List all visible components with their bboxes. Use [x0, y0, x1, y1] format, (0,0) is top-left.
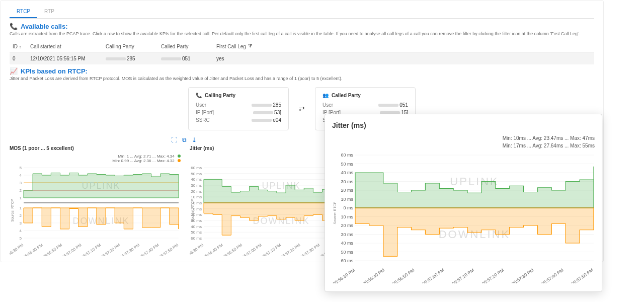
svg-text:30 ms: 30 ms [341, 232, 353, 237]
svg-text:60 ms: 60 ms [341, 153, 353, 158]
svg-text:05:57:40 PM: 05:57:40 PM [540, 267, 565, 283]
svg-text:60 ms: 60 ms [191, 236, 202, 241]
svg-text:05:57:10 PM: 05:57:10 PM [261, 243, 282, 256]
mos-svg: Source: RTCP 5 4 3 2 1 1 2 3 4 5 UPLINK … [10, 165, 181, 256]
svg-text:3: 3 [20, 221, 22, 225]
svg-text:2: 2 [20, 188, 22, 193]
svg-text:05:56:50 PM: 05:56:50 PM [391, 267, 416, 283]
svg-text:40 ms: 40 ms [341, 241, 353, 246]
jitter-popup-legend: Min: 10ms ... Avg: 23.47ms ... Max: 47ms… [332, 134, 595, 149]
svg-text:50 ms: 50 ms [341, 250, 353, 255]
svg-text:5: 5 [20, 236, 22, 241]
svg-text:05:57:10 PM: 05:57:10 PM [451, 267, 475, 283]
svg-text:20 ms: 20 ms [341, 223, 353, 228]
svg-text:50 ms: 50 ms [191, 230, 202, 235]
col-fcl[interactable]: First Call Leg ⧩ [216, 43, 277, 49]
chart-icon: 📈 [10, 67, 18, 75]
mos-chart[interactable]: MOS (1 poor ... 5 excellent) Min: 1 ... … [10, 145, 181, 257]
mos-title: MOS (1 poor ... 5 excellent) [10, 145, 181, 151]
svg-text:10 ms: 10 ms [191, 207, 202, 211]
svg-text:10 ms: 10 ms [341, 214, 353, 219]
svg-text:05:57:30 PM: 05:57:30 PM [511, 267, 535, 283]
kpis-note: Jitter and Packet Loss are derived from … [10, 76, 594, 81]
available-calls-title: 📞 Available calls: [10, 23, 594, 30]
svg-text:05:57:10 PM: 05:57:10 PM [80, 243, 102, 256]
svg-text:05:56:50 PM: 05:56:50 PM [222, 243, 244, 256]
cell-calling: 285 [106, 56, 161, 61]
svg-text:05:57:20 PM: 05:57:20 PM [280, 243, 301, 256]
svg-text:40 ms: 40 ms [191, 224, 202, 229]
svg-text:0 ms: 0 ms [193, 201, 202, 205]
svg-text:Source: RTCP: Source: RTCP [333, 201, 337, 224]
svg-text:40 ms: 40 ms [191, 177, 202, 182]
jitter-popup: Jitter (ms) Min: 10ms ... Avg: 23.47ms .… [325, 114, 602, 292]
tabs: RTCP RTP [10, 6, 594, 19]
svg-text:05:56:30 PM: 05:56:30 PM [332, 267, 356, 283]
svg-text:05:57:30 PM: 05:57:30 PM [119, 243, 141, 256]
svg-text:10 ms: 10 ms [191, 195, 202, 199]
expand-icon[interactable]: ⛶ [171, 136, 177, 143]
download-icon[interactable]: ⤓ [192, 136, 197, 143]
svg-text:05:56:40 PM: 05:56:40 PM [362, 267, 386, 283]
svg-text:60 ms: 60 ms [191, 166, 202, 170]
svg-text:05:57:00 PM: 05:57:00 PM [241, 243, 263, 256]
col-called[interactable]: Called Party [161, 44, 216, 49]
svg-text:5: 5 [20, 166, 22, 170]
svg-text:05:57:00 PM: 05:57:00 PM [61, 243, 83, 256]
tab-rtp[interactable]: RTP [37, 6, 61, 18]
svg-text:3: 3 [20, 181, 22, 185]
svg-text:05:56:40 PM: 05:56:40 PM [22, 243, 44, 256]
svg-text:0 ms: 0 ms [343, 205, 353, 210]
svg-text:05:57:00 PM: 05:57:00 PM [421, 267, 445, 283]
jitter-big-svg: Source: RTCP 60 ms50 ms40 ms30 ms20 ms10… [332, 153, 596, 283]
svg-text:05:57:50 PM: 05:57:50 PM [158, 243, 180, 256]
swap-icon: ⇄ [299, 105, 305, 113]
svg-text:05:57:20 PM: 05:57:20 PM [481, 267, 505, 283]
svg-text:60 ms: 60 ms [341, 258, 353, 263]
sort-asc-icon: ↑ [19, 44, 22, 49]
svg-text:05:57:20 PM: 05:57:20 PM [100, 243, 121, 256]
svg-text:Source: RTCP: Source: RTCP [11, 199, 14, 221]
table-header: ID ↑ Call started at Calling Party Calle… [10, 40, 594, 53]
col-id[interactable]: ID ↑ [13, 44, 30, 49]
phone-icon: 📞 [10, 23, 18, 30]
svg-text:30 ms: 30 ms [341, 179, 353, 184]
table-row[interactable]: 0 12/10/2021 05:56:15 PM 285 051 yes [10, 53, 594, 64]
mos-legend: Min: 1 ... Avg: 2.71 ... Max: 4.34 Min: … [10, 154, 181, 163]
cell-called: 051 [161, 56, 216, 61]
svg-text:05:57:40 PM: 05:57:40 PM [138, 243, 160, 256]
svg-text:2: 2 [20, 213, 22, 218]
svg-text:10 ms: 10 ms [341, 197, 353, 202]
svg-text:20 ms: 20 ms [191, 212, 202, 217]
svg-text:50 ms: 50 ms [191, 172, 202, 176]
svg-text:05:56:50 PM: 05:56:50 PM [42, 243, 63, 256]
svg-text:05:56:40 PM: 05:56:40 PM [202, 243, 224, 256]
cell-started: 12/10/2021 05:56:15 PM [30, 56, 106, 61]
svg-text:20 ms: 20 ms [191, 189, 202, 194]
col-calling[interactable]: Calling Party [106, 44, 161, 49]
svg-text:1: 1 [20, 206, 22, 210]
cell-id: 0 [13, 56, 30, 61]
svg-text:4: 4 [20, 173, 22, 178]
svg-text:1: 1 [20, 196, 22, 200]
svg-text:20 ms: 20 ms [341, 188, 353, 193]
filter-icon[interactable]: ⧩ [248, 43, 252, 49]
svg-text:05:57:50 PM: 05:57:50 PM [571, 267, 595, 283]
svg-text:4: 4 [20, 229, 22, 233]
kpis-title: 📈 KPIs based on RTCP: [10, 67, 594, 75]
cell-fcl: yes [216, 56, 277, 61]
svg-text:50 ms: 50 ms [341, 162, 353, 167]
svg-text:30 ms: 30 ms [191, 183, 202, 188]
svg-text:05:57:30 PM: 05:57:30 PM [299, 243, 321, 256]
jitter-popup-title: Jitter (ms) [332, 121, 595, 129]
phone-icon: 📞 [196, 93, 202, 98]
svg-text:40 ms: 40 ms [341, 170, 353, 175]
people-icon: 👥 [323, 93, 329, 98]
calls-table: ID ↑ Call started at Calling Party Calle… [10, 40, 594, 64]
svg-text:05:56:30 PM: 05:56:30 PM [190, 243, 204, 256]
tab-rtcp[interactable]: RTCP [10, 6, 37, 18]
copy-icon[interactable]: ⧉ [182, 136, 187, 143]
available-calls-note: Calls are extracted from the PCAP trace.… [10, 31, 594, 36]
calling-party-card: 📞 Calling Party User285 IP [Port]53] SSR… [188, 87, 289, 130]
col-started[interactable]: Call started at [30, 44, 106, 49]
